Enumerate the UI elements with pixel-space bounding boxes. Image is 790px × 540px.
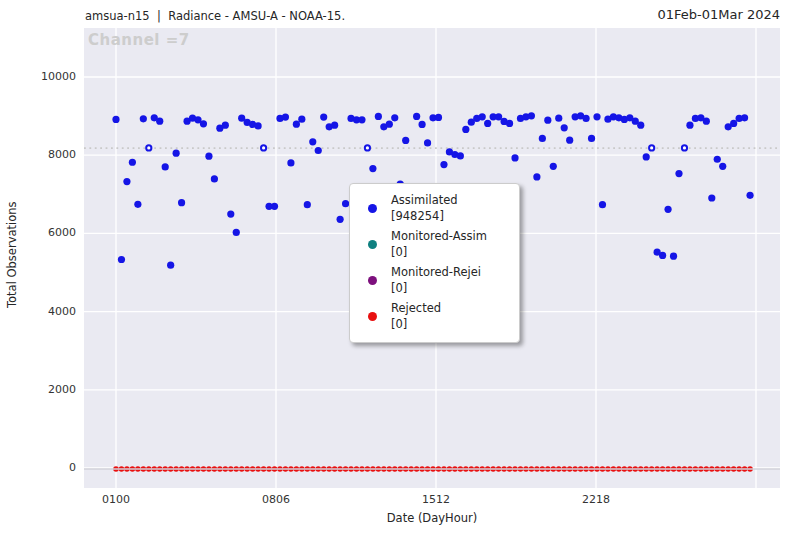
monitored-rejei-marker-icon — [368, 276, 377, 285]
x-tick-label: 2218 — [566, 493, 626, 506]
mean-marker-hole — [683, 146, 686, 149]
mean-marker-hole — [262, 146, 265, 149]
assimilated-point — [293, 121, 300, 128]
assimilated-point — [457, 152, 464, 159]
assimilated-point — [686, 122, 693, 129]
assimilated-point — [200, 120, 207, 127]
x-tick-label: 1512 — [406, 493, 466, 506]
y-tick-label: 0 — [16, 461, 76, 474]
mean-marker-hole — [650, 146, 653, 149]
assimilated-point — [555, 115, 562, 122]
assimilated-point — [659, 252, 666, 259]
legend-item-rejected: Rejected [0] — [360, 300, 509, 332]
mean-marker-hole — [147, 146, 150, 149]
assimilated-point — [413, 113, 420, 120]
channel-label: Channel =7 — [88, 31, 190, 49]
assimilated-point — [304, 201, 311, 208]
y-tick-label: 6000 — [16, 226, 76, 239]
legend-count: [0] — [391, 245, 407, 259]
y-axis-label: Total Observations — [4, 165, 20, 345]
assimilated-point — [643, 153, 650, 160]
legend-label: Assimilated — [391, 193, 458, 207]
assimilated-point — [222, 122, 229, 129]
assimilated-point — [566, 137, 573, 144]
rejected-marker-icon — [368, 312, 377, 321]
assimilated-point — [719, 163, 726, 170]
assimilated-point — [178, 199, 185, 206]
mean-marker-hole — [366, 146, 369, 149]
assimilated-point — [309, 138, 316, 145]
assimilated-point — [637, 122, 644, 129]
assimilated-point — [544, 117, 551, 124]
assimilated-point — [599, 201, 606, 208]
assimilated-point — [593, 113, 600, 120]
assimilated-point — [375, 113, 382, 120]
assimilated-point — [123, 178, 130, 185]
assimilated-point — [479, 113, 486, 120]
x-tick-label: 0100 — [86, 493, 146, 506]
x-axis-label: Date (DayHour) — [84, 511, 780, 525]
legend-label: Monitored-Assim — [391, 229, 487, 243]
assimilated-point — [173, 150, 180, 157]
assimilated-point — [134, 201, 141, 208]
assimilated-point — [358, 116, 365, 123]
assimilated-point — [582, 115, 589, 122]
date-range-label: 01Feb-01Mar 2024 — [657, 7, 780, 22]
y-tick-label: 4000 — [16, 305, 76, 318]
assimilated-point — [730, 120, 737, 127]
assimilated-point — [287, 159, 294, 166]
y-tick-label: 8000 — [16, 148, 76, 161]
y-tick-label: 10000 — [16, 70, 76, 83]
plot-title: amsua-n15 | Radiance - AMSU-A - NOAA-15. — [85, 9, 345, 23]
assimilated-point — [315, 147, 322, 154]
y-tick-label: 2000 — [16, 383, 76, 396]
chart-legend: Assimilated [948254] Monitored-Assim [0]… — [349, 183, 520, 343]
assimilated-marker-icon — [368, 204, 377, 213]
assimilated-point — [664, 206, 671, 213]
assimilated-point — [588, 135, 595, 142]
assimilated-point — [418, 121, 425, 128]
assimilated-point — [435, 114, 442, 121]
assimilated-point — [675, 170, 682, 177]
assimilated-point — [167, 262, 174, 269]
assimilated-point — [320, 114, 327, 121]
x-tick-label: 0806 — [246, 493, 306, 506]
assimilated-point — [298, 116, 305, 123]
assimilated-point — [140, 115, 147, 122]
legend-label: Monitored-Rejei — [391, 265, 481, 279]
legend-count: [0] — [391, 317, 407, 331]
assimilated-point — [118, 256, 125, 263]
assimilated-point — [386, 121, 393, 128]
assimilated-point — [561, 124, 568, 131]
assimilated-point — [233, 229, 240, 236]
assimilated-point — [369, 165, 376, 172]
assimilated-point — [331, 122, 338, 129]
legend-item-assimilated: Assimilated [948254] — [360, 192, 509, 224]
assimilated-point — [211, 175, 218, 182]
assimilated-point — [533, 173, 540, 180]
assimilated-point — [484, 120, 491, 127]
assimilated-point — [462, 126, 469, 133]
legend-count: [0] — [391, 281, 407, 295]
assimilated-point — [162, 163, 169, 170]
legend-label: Rejected — [391, 301, 441, 315]
assimilated-point — [703, 118, 710, 125]
assimilated-point — [440, 161, 447, 168]
assimilated-point — [424, 139, 431, 146]
assimilated-point — [282, 114, 289, 121]
assimilated-point — [391, 114, 398, 121]
assimilated-point — [528, 112, 535, 119]
assimilated-point — [495, 113, 502, 120]
assimilated-point — [670, 253, 677, 260]
legend-count: [948254] — [391, 209, 444, 223]
assimilated-point — [402, 137, 409, 144]
legend-item-monitored-assim: Monitored-Assim [0] — [360, 228, 509, 260]
assimilated-point — [227, 210, 234, 217]
monitored-assim-marker-icon — [368, 240, 377, 249]
assimilated-point — [746, 192, 753, 199]
assimilated-point — [550, 163, 557, 170]
assimilated-point — [129, 159, 136, 166]
assimilated-point — [255, 122, 262, 129]
assimilated-point — [506, 120, 513, 127]
legend-item-monitored-rejei: Monitored-Rejei [0] — [360, 264, 509, 296]
